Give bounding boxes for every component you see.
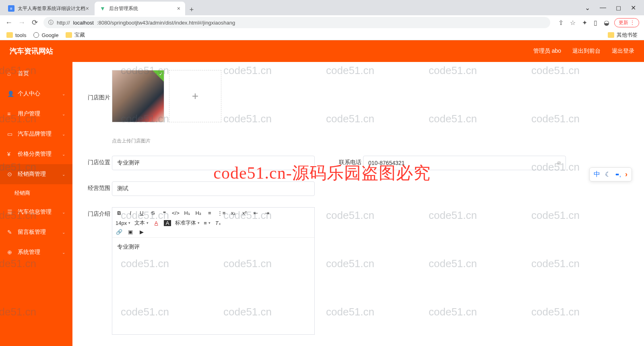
- goto-frontend-link[interactable]: 退出到前台: [572, 47, 601, 55]
- bookmark-other[interactable]: 其他书签: [608, 31, 638, 39]
- form-row-image: 门店图片 + 点击上传门店图片: [88, 70, 629, 144]
- chevron-down-icon: ⌄: [62, 92, 65, 96]
- h2-icon[interactable]: H₂: [195, 210, 202, 216]
- home-icon: ⌂: [7, 70, 14, 77]
- sidebar-item-profile[interactable]: 👤个人中心⌄: [0, 84, 72, 104]
- clear-format-icon[interactable]: Tₓ: [215, 220, 222, 226]
- form-row-intro: 门店介绍 B I U S ❝ </> H₁ H₂: [88, 207, 629, 335]
- label-location: 门店位置: [88, 156, 112, 166]
- label-phone: 联系电话: [339, 156, 363, 166]
- sidebar-item-users[interactable]: ≡用户管理⌄: [0, 104, 72, 124]
- ul-icon[interactable]: ⋮≡: [217, 210, 226, 216]
- italic-icon[interactable]: I: [127, 210, 134, 216]
- form-row-scope: 经营范围 测试: [88, 181, 629, 196]
- url-prefix: http://: [57, 20, 70, 26]
- sidebar-item-home[interactable]: ⌂首页: [0, 64, 72, 84]
- address-row: ← → ⟳ ⓘ http://localhost:8080/springboot…: [0, 15, 644, 30]
- main-content: 门店图片 + 点击上传门店图片 门店位置 专业测评 联系电话 010-87654…: [72, 62, 644, 346]
- sidebar-item-carinfo[interactable]: ☰汽车信息管理⌄: [0, 202, 72, 222]
- tab-1[interactable]: ≡ 太平人寿签章系统详细设计文档 ×: [3, 2, 94, 15]
- sidebar-item-price[interactable]: ¥价格分类管理⌄: [0, 144, 72, 164]
- video-icon[interactable]: ▶: [138, 229, 145, 235]
- sidebar-item-dealer[interactable]: ⊙经销商管理⌄: [0, 164, 72, 184]
- add-image-button[interactable]: +: [169, 70, 221, 122]
- image-icon[interactable]: ▣: [127, 229, 134, 235]
- editor-body[interactable]: 专业测评: [112, 238, 314, 334]
- h1-icon[interactable]: H₁: [184, 210, 191, 216]
- subscript-icon[interactable]: x₂: [229, 210, 237, 216]
- uploaded-image[interactable]: [112, 70, 164, 122]
- font-color-icon[interactable]: A: [153, 220, 160, 226]
- window-controls: ⌄ — ◻ ✕: [585, 0, 644, 15]
- globe-icon: [33, 32, 39, 38]
- bold-icon[interactable]: B: [116, 210, 123, 216]
- font-size-select[interactable]: 14px▾: [116, 220, 130, 226]
- ol-icon[interactable]: ≡: [206, 210, 213, 216]
- profile-icon[interactable]: ◒: [604, 19, 609, 27]
- gear-icon: ⊕: [7, 249, 14, 255]
- back-button[interactable]: ←: [5, 19, 13, 27]
- sidebar-subitem-dealer[interactable]: 经销商: [0, 184, 72, 202]
- underline-icon[interactable]: U: [138, 210, 145, 216]
- code-icon[interactable]: </>: [172, 210, 180, 216]
- strike-icon[interactable]: S: [149, 210, 157, 216]
- moon-icon[interactable]: ☾: [605, 171, 611, 178]
- sidebar: ⌂首页 👤个人中心⌄ ≡用户管理⌄ ▭汽车品牌管理⌄ ¥价格分类管理⌄ ⊙经销商…: [0, 62, 72, 346]
- folder-icon: [66, 32, 72, 38]
- superscript-icon[interactable]: x²: [241, 210, 248, 216]
- dealer-icon: ⊙: [7, 171, 14, 177]
- folder-icon: [608, 32, 614, 38]
- sidebar-item-brand[interactable]: ▭汽车品牌管理⌄: [0, 124, 72, 144]
- logout-link[interactable]: 退出登录: [612, 47, 634, 55]
- bookmark-baozang[interactable]: 宝藏: [66, 31, 85, 39]
- window-min-icon[interactable]: —: [600, 4, 606, 11]
- price-icon: ¥: [7, 151, 14, 157]
- url-host: localhost: [73, 20, 94, 26]
- admin-label[interactable]: 管理员 abo: [533, 47, 561, 55]
- extension-icon[interactable]: ✦: [582, 19, 587, 27]
- sidebar-item-system[interactable]: ⊕系统管理⌄: [0, 242, 72, 262]
- bg-color-icon[interactable]: A: [164, 220, 171, 226]
- location-input[interactable]: 专业测评: [112, 156, 315, 170]
- paragraph-select[interactable]: 文本▾: [134, 219, 149, 227]
- header-right: 管理员 abo 退出到前台 退出登录: [533, 47, 634, 55]
- sidebar-item-guestbook[interactable]: ✎留言板管理⌄: [0, 222, 72, 242]
- message-icon: ✎: [7, 229, 14, 235]
- reload-button[interactable]: ⟳: [31, 18, 39, 27]
- update-button[interactable]: 更新⋮: [614, 18, 639, 27]
- info-icon: ☰: [7, 209, 14, 215]
- align-select[interactable]: ≡▾: [204, 220, 211, 226]
- star-icon[interactable]: ☆: [570, 19, 576, 27]
- font-family-select[interactable]: 标准字体▾: [175, 219, 200, 227]
- scope-input[interactable]: 测试: [112, 181, 315, 196]
- bookmark-google[interactable]: Google: [33, 32, 58, 38]
- panel-icon[interactable]: ▯: [594, 19, 597, 27]
- editor-toolbar: B I U S ❝ </> H₁ H₂ ≡ ⋮≡: [112, 208, 314, 238]
- dots-icon[interactable]: •• ,: [615, 171, 620, 178]
- address-bar[interactable]: ⓘ http://localhost:8080/springbootjtw43/…: [43, 17, 550, 28]
- chevron-right-icon[interactable]: ›: [625, 170, 627, 179]
- close-icon[interactable]: ×: [86, 5, 89, 12]
- chevron-down-icon: ⌄: [62, 152, 65, 157]
- new-tab-button[interactable]: +: [186, 4, 197, 15]
- link-icon[interactable]: 🔗: [116, 229, 123, 235]
- window-close-icon[interactable]: ✕: [631, 4, 636, 12]
- indent-icon[interactable]: ⇤: [252, 210, 259, 216]
- app-body: ⌂首页 👤个人中心⌄ ≡用户管理⌄ ▭汽车品牌管理⌄ ¥价格分类管理⌄ ⊙经销商…: [0, 62, 644, 346]
- phone-input[interactable]: 010-87654321: [363, 156, 566, 170]
- quote-icon[interactable]: ❝: [161, 210, 168, 216]
- app-header: 汽车资讯网站 管理员 abo 退出到前台 退出登录: [0, 40, 644, 62]
- chevron-down-icon: ▾: [208, 221, 211, 225]
- tab-title: 后台管理系统: [109, 5, 138, 12]
- favicon-doc: ≡: [8, 5, 14, 12]
- bookmark-tools[interactable]: tools: [6, 32, 26, 38]
- info-icon[interactable]: ⓘ: [48, 19, 54, 26]
- tab-2[interactable]: ▼ 后台管理系统 ×: [95, 2, 185, 15]
- close-icon[interactable]: ×: [177, 5, 180, 12]
- outdent-icon[interactable]: ⇥: [263, 210, 270, 216]
- window-dropdown-icon[interactable]: ⌄: [585, 4, 590, 12]
- ime-lang-icon[interactable]: 中: [594, 170, 600, 179]
- window-max-icon[interactable]: ◻: [616, 4, 621, 12]
- share-icon[interactable]: ⇪: [558, 19, 564, 27]
- ime-toolbar[interactable]: 中 ☾ •• , ›: [589, 167, 632, 181]
